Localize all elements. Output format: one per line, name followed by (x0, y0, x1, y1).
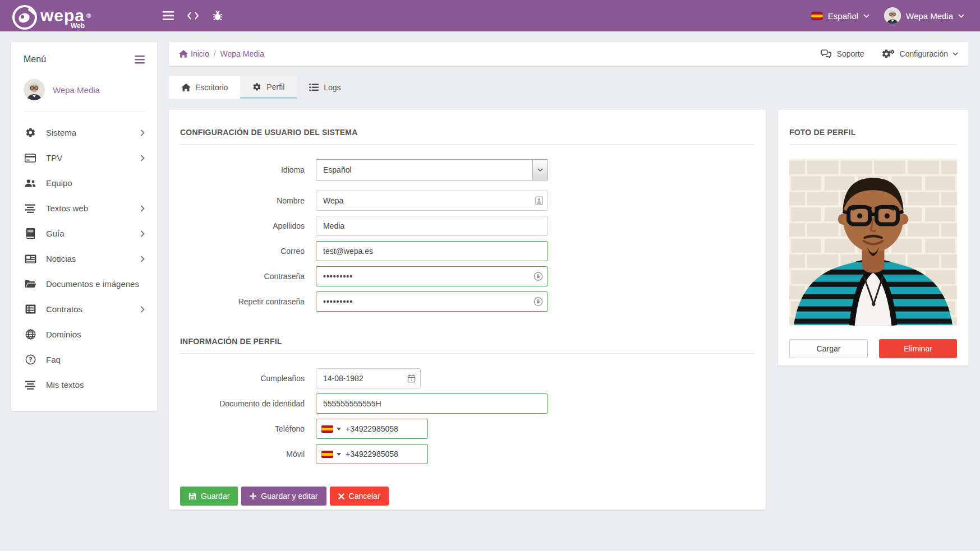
save-and-edit-label: Guardar y editar (261, 492, 318, 501)
home-icon (181, 84, 190, 91)
code-icon (187, 11, 199, 20)
settings-label: Configuración (900, 49, 948, 58)
chevron-right-icon (140, 205, 145, 212)
language-selector[interactable]: Español (811, 11, 869, 21)
sidebar-item-guia[interactable]: Guía (24, 221, 145, 246)
documento-label: Documento de identidad (180, 399, 316, 408)
save-button[interactable]: Guardar (180, 487, 238, 506)
movil-label: Móvil (180, 450, 316, 459)
close-icon (338, 493, 344, 499)
repetir-contrasena-input[interactable] (316, 291, 548, 312)
phone-country-selector[interactable] (316, 425, 346, 433)
user-avatar (884, 7, 901, 24)
contrasena-label: Contraseña (180, 272, 316, 281)
sidebar-item-contratos[interactable]: Contratos (24, 297, 145, 322)
profile-photo (789, 159, 957, 326)
tab-perfil[interactable]: Perfil (240, 76, 297, 99)
sidebar-user-name: Wepa Media (53, 85, 100, 95)
gears-icon (881, 49, 895, 59)
repetir-contrasena-label: Repetir contraseña (180, 297, 316, 306)
brand-name: wepa (40, 6, 85, 25)
nombre-input[interactable] (316, 191, 548, 211)
save-label: Guardar (201, 492, 229, 501)
sidebar-item-faq[interactable]: ? Faq (24, 347, 145, 372)
spain-flag-icon (321, 425, 333, 433)
save-and-edit-button[interactable]: Guardar y editar (241, 487, 326, 506)
question-circle-icon: ? (24, 354, 37, 365)
contrasena-input[interactable] (316, 266, 548, 286)
idioma-label: Idioma (180, 165, 316, 174)
apellidos-input[interactable] (316, 216, 548, 236)
sidebar-item-dominios[interactable]: Dominios (24, 322, 145, 347)
list-icon (309, 84, 319, 91)
breadcrumb-home-link[interactable]: Inicio (179, 49, 209, 58)
sidebar-item-label: Contratos (46, 304, 82, 314)
book-icon (24, 228, 37, 239)
sidebar-item-tpv[interactable]: TPV (24, 145, 145, 170)
home-icon (179, 50, 187, 58)
sidebar-item-label: Mis textos (46, 380, 84, 390)
newspaper-icon (24, 253, 37, 265)
tab-escritorio[interactable]: Escritorio (169, 76, 240, 99)
apellidos-label: Apellidos (180, 221, 316, 230)
topbar: wepa ® Web (0, 0, 980, 31)
movil-input[interactable] (346, 450, 418, 459)
phone-country-selector[interactable] (316, 451, 346, 458)
sidebar-item-noticias[interactable]: Noticias (24, 246, 145, 271)
sidebar-item-label: Sistema (46, 128, 76, 137)
chevron-right-icon (140, 230, 145, 237)
telefono-input[interactable] (346, 424, 418, 433)
sidebar-nav: Sistema TPV Equipo Textos web (24, 120, 145, 397)
settings-menu-button[interactable]: Configuración (881, 49, 958, 59)
sidebar-item-equipo[interactable]: Equipo (24, 170, 145, 196)
upload-photo-button[interactable]: Cargar (789, 339, 868, 358)
documento-input[interactable] (316, 393, 548, 414)
breadcrumb-current-link[interactable]: Wepa Media (220, 49, 264, 58)
chevron-right-icon (140, 129, 145, 136)
support-button[interactable]: Soporte (820, 49, 864, 59)
debug-button[interactable] (205, 0, 230, 31)
correo-input[interactable] (316, 241, 548, 261)
user-menu[interactable]: Wepa Media (884, 7, 964, 24)
select-dropdown-button[interactable] (532, 160, 547, 180)
sidebar-item-label: Textos web (46, 203, 88, 213)
cumpleanos-input[interactable] (316, 368, 421, 388)
bug-icon (213, 11, 223, 21)
photo-panel-title: FOTO DE PERFIL (789, 128, 957, 137)
cancel-button[interactable]: Cancelar (330, 487, 389, 506)
sidebar-item-documentos[interactable]: Documentos e imágenes (24, 271, 145, 297)
telefono-label: Teléfono (180, 424, 316, 433)
password-generate-icon[interactable] (533, 297, 543, 307)
sidebar-item-textos-web[interactable]: Textos web (24, 196, 145, 221)
nombre-label: Nombre (180, 196, 316, 205)
chevron-right-icon (140, 155, 145, 161)
sidebar-toggle-button[interactable] (156, 0, 181, 31)
sidebar-item-sistema[interactable]: Sistema (24, 120, 145, 145)
text-lines-icon (24, 203, 37, 214)
idioma-select[interactable]: Español (316, 159, 548, 180)
sidebar-collapse-button[interactable] (135, 55, 145, 64)
svg-text:?: ? (29, 356, 32, 363)
tab-logs[interactable]: Logs (297, 76, 353, 99)
sidebar-item-label: Noticias (46, 254, 76, 263)
password-generate-icon[interactable] (533, 272, 543, 281)
correo-label: Correo (180, 247, 316, 256)
chevron-down-icon (953, 52, 958, 55)
sidebar-user[interactable]: Wepa Media (24, 79, 145, 112)
code-button[interactable] (181, 0, 205, 31)
breadcrumb-separator: / (214, 49, 216, 58)
brand-logo[interactable]: wepa ® Web (0, 2, 129, 30)
calendar-icon[interactable]: 1 (407, 374, 416, 383)
tab-label: Escritorio (195, 83, 228, 92)
user-name: Wepa Media (906, 11, 953, 21)
chevron-down-icon (863, 14, 869, 18)
breadcrumb-bar: Inicio / Wepa Media Soporte Configuració… (169, 42, 968, 66)
section-title-profile: INFORMACIÓN DE PERFIL (180, 337, 754, 346)
list-icon (24, 304, 37, 315)
divider (789, 144, 957, 145)
chevron-right-icon (140, 306, 145, 313)
delete-photo-button[interactable]: Eliminar (879, 339, 957, 358)
sidebar-item-mis-textos[interactable]: Mis textos (24, 372, 145, 397)
language-label: Español (828, 11, 858, 21)
gear-icon (24, 127, 37, 138)
